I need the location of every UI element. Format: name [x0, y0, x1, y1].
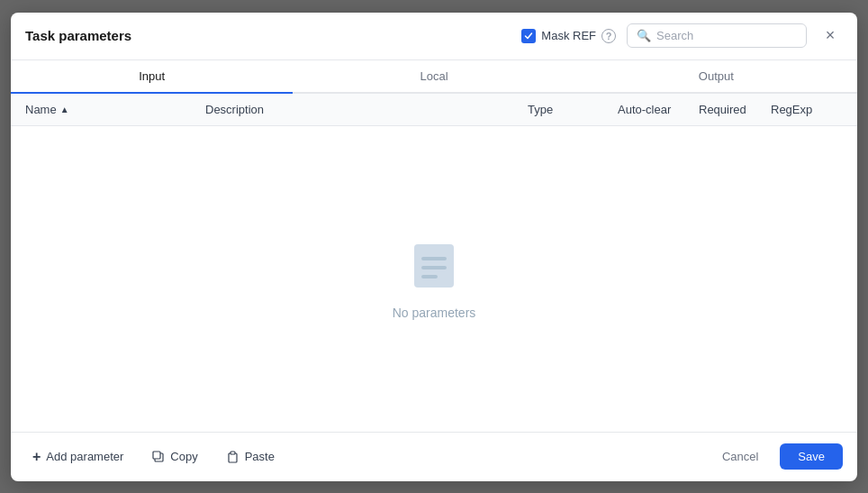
dialog-footer: + Add parameter Copy Paste Cancel [11, 432, 857, 481]
col-auto-clear: Auto-clear [618, 103, 699, 116]
svg-rect-1 [421, 257, 447, 260]
tabs-bar: Input Local Output [11, 60, 857, 94]
mask-ref-label: Mask REF [541, 29, 596, 42]
sort-arrow-icon: ▲ [60, 105, 69, 114]
footer-actions-left: + Add parameter Copy Paste [25, 443, 701, 470]
save-button[interactable]: Save [780, 443, 843, 470]
empty-state-icon [405, 237, 463, 295]
plus-icon: + [32, 449, 41, 465]
paste-button[interactable]: Paste [220, 444, 282, 469]
table-body-empty: No parameters [11, 126, 857, 432]
search-box: 🔍 [627, 23, 807, 48]
footer-actions-right: Cancel Save [708, 443, 843, 470]
paste-icon [227, 451, 240, 463]
mask-ref-group: Mask REF ? [521, 29, 616, 43]
svg-rect-5 [153, 452, 160, 459]
col-type: Type [528, 103, 618, 116]
copy-button[interactable]: Copy [145, 444, 204, 469]
add-parameter-button[interactable]: + Add parameter [25, 443, 131, 470]
mask-ref-checkbox[interactable] [521, 29, 536, 43]
close-button[interactable]: × [818, 23, 843, 49]
col-regexp: RegExp [771, 103, 843, 116]
svg-rect-3 [421, 275, 438, 278]
svg-rect-2 [421, 266, 447, 269]
help-icon[interactable]: ? [601, 29, 616, 43]
copy-icon [152, 451, 165, 463]
dialog-title: Task parameters [25, 28, 131, 43]
tab-local[interactable]: Local [293, 60, 574, 94]
tab-output[interactable]: Output [575, 60, 857, 94]
task-parameters-dialog: Task parameters Mask REF ? 🔍 × Input Loc… [11, 13, 857, 481]
table-header: Name ▲ Description Type Auto-clear Requi… [11, 94, 857, 126]
search-input[interactable] [656, 29, 797, 42]
dialog-header: Task parameters Mask REF ? 🔍 × [11, 13, 857, 60]
col-name: Name ▲ [25, 103, 205, 116]
cancel-button[interactable]: Cancel [708, 443, 773, 470]
col-description: Description [205, 103, 528, 116]
svg-rect-7 [231, 452, 235, 454]
empty-state-text: No parameters [393, 306, 476, 320]
tab-input[interactable]: Input [11, 60, 293, 94]
col-required: Required [699, 103, 771, 116]
search-icon: 🔍 [637, 29, 651, 42]
